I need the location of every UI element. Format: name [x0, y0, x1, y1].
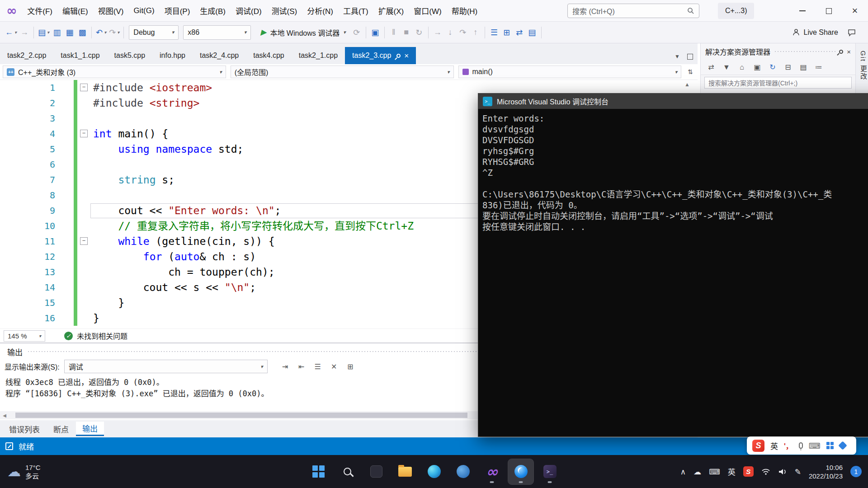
- document-tab[interactable]: task2_1.cpp: [292, 47, 345, 64]
- sogou-logo-icon[interactable]: S: [752, 440, 764, 452]
- menu-item[interactable]: 帮助(H): [447, 0, 483, 21]
- menu-item[interactable]: 编辑(E): [57, 0, 93, 21]
- tray-overflow-chevron-icon[interactable]: ∧: [680, 467, 686, 476]
- sogou-toolbox-icon[interactable]: [826, 442, 834, 449]
- clear-output-icon[interactable]: ✕: [327, 360, 341, 373]
- new-file-icon[interactable]: ▤▾: [37, 25, 51, 40]
- menu-item[interactable]: Git(G): [128, 0, 159, 21]
- git-changes-vertical-tab[interactable]: Git 更改: [859, 51, 868, 80]
- tab-error-list[interactable]: 错误列表: [3, 422, 46, 436]
- step-out-icon[interactable]: ↑: [469, 25, 482, 40]
- navbar-split-icon[interactable]: ⇅: [686, 68, 695, 75]
- search-button[interactable]: [335, 459, 360, 484]
- redo-icon[interactable]: ↷▾: [108, 25, 121, 40]
- toggle-output-icon[interactable]: ⊞: [344, 360, 357, 373]
- panel-drag-handle[interactable]: [774, 50, 835, 53]
- line-number[interactable]: 11: [0, 234, 55, 249]
- document-tab[interactable]: task2_3.cpp×: [345, 47, 416, 64]
- pin-icon[interactable]: [396, 53, 401, 59]
- tab-breakpoints[interactable]: 断点: [47, 422, 75, 436]
- code-health-indicator[interactable]: ✓ 未找到相关问题: [64, 330, 127, 341]
- scroll-left-icon[interactable]: ◀: [0, 413, 9, 418]
- step-into-icon[interactable]: ↓: [444, 25, 457, 40]
- home-icon[interactable]: ⌂: [735, 61, 749, 74]
- widgets-button[interactable]: [363, 459, 389, 484]
- line-number[interactable]: 8: [0, 188, 55, 203]
- tab-overflow-icon[interactable]: ▼: [675, 53, 680, 60]
- line-number[interactable]: 7: [0, 172, 55, 188]
- fold-marker-icon[interactable]: −: [80, 84, 88, 91]
- menu-item[interactable]: 分析(N): [302, 0, 338, 21]
- panel-pin-icon[interactable]: [839, 50, 843, 54]
- member-dropdown[interactable]: main() ▾: [458, 66, 682, 78]
- pending-changes-filter-icon[interactable]: ▼: [720, 61, 733, 74]
- menu-item[interactable]: 生成(B): [195, 0, 231, 21]
- taskbar-weather-widget[interactable]: ☁ 17°C 多云: [7, 463, 111, 480]
- tab-window-settings-icon[interactable]: [687, 54, 693, 60]
- pen-icon[interactable]: ✎: [795, 467, 801, 476]
- collapse-all-icon[interactable]: ⊟: [781, 61, 795, 74]
- ime-indicator[interactable]: 英: [728, 466, 736, 477]
- voice-input-icon[interactable]: [799, 442, 803, 449]
- onedrive-cloud-icon[interactable]: ☁: [693, 467, 701, 476]
- sogou-ime-mode[interactable]: 英: [770, 440, 778, 451]
- line-number[interactable]: 3: [0, 111, 55, 126]
- close-icon[interactable]: ×: [404, 52, 409, 60]
- scope-dropdown[interactable]: (全局范围) ▾: [231, 66, 454, 78]
- punctuation-mode-icon[interactable]: '，: [784, 440, 793, 451]
- step-over-icon[interactable]: ↷: [457, 25, 469, 40]
- line-number[interactable]: 13: [0, 264, 55, 280]
- debug-console-window[interactable]: >_ Microsoft Visual Studio 调试控制台 Enter w…: [478, 93, 868, 437]
- live-share-button[interactable]: Live Share: [788, 25, 843, 40]
- show-next-statement-icon[interactable]: →: [431, 25, 444, 40]
- sogou-tray-icon[interactable]: S: [743, 466, 754, 477]
- switch-views-icon[interactable]: ▣: [750, 61, 764, 74]
- save-all-icon[interactable]: ▩: [76, 25, 89, 40]
- zoom-dropdown[interactable]: 145 %▾: [4, 330, 45, 342]
- nav-back-icon[interactable]: ←▾: [4, 25, 18, 40]
- goto-next-message-icon[interactable]: ⇥: [278, 360, 292, 373]
- document-tab[interactable]: task2_4.cpp: [193, 47, 246, 64]
- notification-badge[interactable]: 1: [850, 466, 862, 477]
- quick-search-box[interactable]: 搜索 (Ctrl+Q): [567, 4, 699, 18]
- code-map-icon[interactable]: ⊞: [500, 25, 513, 40]
- sogou-skin-icon[interactable]: [838, 441, 847, 450]
- console-output[interactable]: Enter words:dvsvfdgsgdDVSVFDGSGDryhsg$#G…: [478, 109, 868, 232]
- touch-keyboard-icon[interactable]: ⌨: [709, 467, 720, 476]
- compare-icon[interactable]: ⇄: [513, 25, 526, 40]
- console-title-bar[interactable]: >_ Microsoft Visual Studio 调试控制台: [478, 94, 868, 109]
- document-tab[interactable]: task4.cpp: [246, 47, 291, 64]
- start-debugging-button[interactable]: ▶ 本地 Windows 调试器 ▾: [256, 25, 350, 40]
- tab-output[interactable]: 输出: [76, 422, 104, 436]
- word-wrap-icon[interactable]: ☰: [311, 360, 325, 373]
- stop-icon[interactable]: ■: [400, 25, 413, 40]
- line-number[interactable]: 9: [0, 203, 55, 218]
- menu-item[interactable]: 测试(S): [267, 0, 302, 21]
- menu-item[interactable]: 窗口(W): [409, 0, 446, 21]
- active-app-button[interactable]: [508, 459, 533, 484]
- pause-icon[interactable]: ‖: [387, 25, 400, 40]
- file-explorer-button[interactable]: [392, 459, 418, 484]
- line-number[interactable]: 15: [0, 295, 55, 310]
- preview-icon[interactable]: ▣: [369, 25, 382, 40]
- undo-icon[interactable]: ↶▾: [94, 25, 108, 40]
- document-tab[interactable]: task1_1.cpp: [53, 47, 107, 64]
- line-number[interactable]: 14: [0, 280, 55, 295]
- start-button[interactable]: [306, 459, 331, 484]
- menu-item[interactable]: 调试(D): [231, 0, 267, 21]
- fold-marker-icon[interactable]: −: [80, 237, 88, 245]
- document-tab[interactable]: task2_2.cpp: [0, 47, 53, 64]
- document-tab[interactable]: info.hpp: [152, 47, 193, 64]
- terminal-button[interactable]: >_: [537, 459, 562, 484]
- app-blue-button[interactable]: [450, 459, 476, 484]
- properties-icon[interactable]: ≔: [812, 61, 826, 74]
- line-number[interactable]: 4: [0, 126, 55, 141]
- editor-scroll-up-icon[interactable]: ▲: [683, 81, 692, 92]
- background-tasks-icon[interactable]: [5, 442, 13, 450]
- refresh-icon[interactable]: ↻: [766, 61, 779, 74]
- document-tab[interactable]: task5.cpp: [107, 47, 152, 64]
- menu-item[interactable]: 项目(P): [160, 0, 195, 21]
- sync-with-active-document-icon[interactable]: ⇄: [704, 61, 718, 74]
- send-feedback-icon[interactable]: [843, 25, 861, 40]
- solution-explorer-search[interactable]: 搜索解决方案资源管理器(Ctrl+;): [704, 77, 852, 89]
